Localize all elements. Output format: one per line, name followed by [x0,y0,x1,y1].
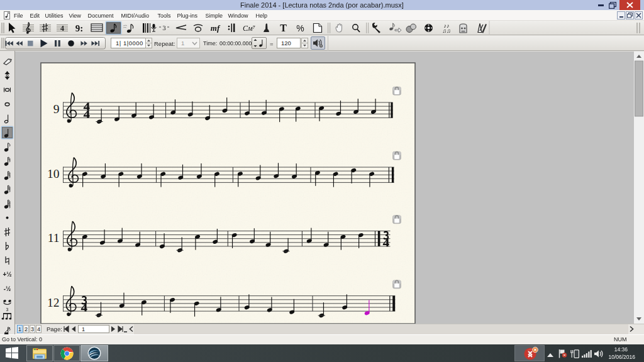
svg-text:T: T [280,23,287,33]
svg-text:12: 12 [47,296,60,309]
svg-text:♫♫: ♫♫ [442,28,451,34]
svg-text:1: 1 [82,326,85,332]
svg-text:9: 9 [53,102,60,116]
svg-text:10: 10 [47,167,60,180]
svg-text:-½: -½ [4,285,11,292]
svg-text:9:: 9: [75,23,84,33]
svg-text:%: % [296,23,304,33]
svg-text:11: 11 [48,231,60,244]
svg-text:mf: mf [211,23,221,33]
svg-text:Cм⁷: Cм⁷ [243,24,255,33]
svg-text:4: 4 [60,24,64,33]
svg-text:3: 3 [162,24,166,31]
svg-text:3: 3 [6,307,9,312]
svg-text:+½: +½ [3,271,11,278]
